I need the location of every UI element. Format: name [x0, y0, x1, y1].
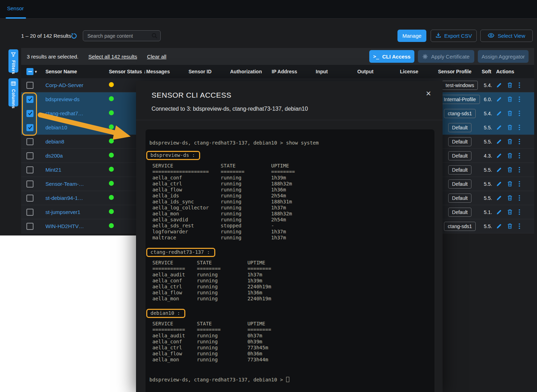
sensor-name-link[interactable]: debian8	[45, 139, 109, 145]
export-csv-button[interactable]: Export CSV	[431, 30, 477, 42]
more-options-icon[interactable]	[518, 152, 521, 159]
eye-icon	[488, 33, 494, 39]
row-checkbox[interactable]	[26, 223, 33, 230]
delete-icon[interactable]	[507, 110, 513, 116]
sensor-name-link[interactable]: ctang-redhat7…	[45, 110, 109, 116]
more-options-icon[interactable]	[518, 180, 521, 188]
more-options-icon[interactable]	[518, 209, 521, 216]
status-dot	[109, 167, 114, 172]
manage-button[interactable]: Manage	[397, 30, 426, 42]
sensor-profile-chip: Default	[448, 194, 471, 203]
header-sensor-status[interactable]: Sensor Status↓	[109, 69, 146, 74]
delete-icon[interactable]	[507, 167, 513, 173]
more-options-icon[interactable]	[518, 82, 521, 89]
assign-aggregator-button[interactable]: Assign Aggregator	[478, 50, 529, 63]
more-options-icon[interactable]	[518, 138, 521, 145]
header-ip-address[interactable]: IP Address	[272, 69, 316, 74]
header-messages[interactable]: Messages	[146, 69, 189, 74]
more-options-icon[interactable]	[518, 223, 521, 230]
sensor-profile-chip: Default	[448, 208, 471, 217]
sensor-profile-chip: Default	[448, 137, 471, 146]
sensor-name-link[interactable]: st-debian94-1…	[45, 195, 109, 201]
close-icon[interactable]: ✕	[426, 90, 431, 98]
header-output[interactable]: Output	[357, 69, 400, 74]
header-license[interactable]: License	[400, 69, 438, 74]
row-checkbox[interactable]	[26, 209, 33, 216]
header-software[interactable]: Soft	[482, 69, 492, 74]
status-dot	[109, 195, 114, 200]
row-actions	[492, 138, 534, 145]
columns-tab-label: Columns	[11, 89, 16, 109]
edit-icon[interactable]	[496, 181, 502, 187]
row-checkbox[interactable]	[26, 110, 33, 117]
terminal-table-separator: ===================================	[149, 169, 434, 175]
more-options-icon[interactable]	[518, 96, 521, 103]
delete-icon[interactable]	[507, 209, 513, 215]
header-sensor-profile[interactable]: Sensor Profile	[438, 69, 482, 74]
service-row: aella_idsrunning2h54m	[149, 193, 434, 199]
sensor-name-link[interactable]: Mint21	[45, 167, 109, 173]
delete-icon[interactable]	[507, 181, 513, 187]
edit-icon[interactable]	[496, 111, 502, 116]
row-checkbox[interactable]	[26, 96, 33, 103]
terminal-section-ctang: ctang-redhat73-137 : SERVICESTATEUPTIME …	[149, 248, 434, 302]
header-authorization[interactable]: Authorization	[230, 69, 272, 74]
row-checkbox[interactable]	[26, 180, 33, 188]
row-checkbox[interactable]	[26, 166, 33, 173]
terminal-service-rows: aella_auditrunning0h37maella_confrunning…	[149, 333, 434, 363]
search-input[interactable]	[83, 30, 161, 41]
select-all-checkbox[interactable]	[26, 68, 33, 75]
terminal-table-header: SERVICESTATEUPTIME	[149, 260, 434, 266]
row-checkbox[interactable]	[26, 138, 33, 145]
edit-icon[interactable]	[496, 223, 502, 229]
cli-terminal[interactable]: bdspreview-ds, ctang-redhat73-137, debia…	[146, 129, 434, 392]
service-row: aella_sds_reststopped-	[149, 223, 434, 229]
sensor-name-link[interactable]: ds200a	[45, 153, 109, 159]
delete-icon[interactable]	[507, 96, 513, 102]
more-options-icon[interactable]	[518, 124, 521, 131]
edit-icon[interactable]	[496, 125, 502, 130]
tab-sensor[interactable]: Sensor	[7, 5, 24, 11]
delete-icon[interactable]	[507, 153, 513, 159]
header-sensor-name[interactable]: Sensor Name	[45, 69, 109, 74]
row-checkbox[interactable]	[26, 195, 33, 202]
cli-access-button[interactable]: >_ CLI Access	[369, 50, 414, 63]
delete-icon[interactable]	[507, 82, 513, 88]
edit-icon[interactable]	[496, 209, 502, 215]
delete-icon[interactable]	[507, 139, 513, 145]
header-sensor-id[interactable]: Sensor ID	[189, 69, 230, 74]
delete-icon[interactable]	[507, 124, 513, 130]
sensor-name-link[interactable]: bdspreview-ds	[45, 96, 109, 102]
edit-icon[interactable]	[496, 195, 502, 201]
more-options-icon[interactable]	[518, 110, 521, 117]
sensor-name-link[interactable]: Sensor-Team-…	[45, 181, 109, 187]
select-all-link[interactable]: Select all 142 results	[88, 54, 137, 60]
row-checkbox[interactable]	[26, 152, 33, 159]
row-checkbox[interactable]	[26, 124, 33, 131]
terminal-section-bdspreview: bdspreview-ds : SERVICESTATEUPTIME =====…	[149, 151, 434, 241]
more-options-icon[interactable]	[518, 166, 521, 173]
filters-panel-tab[interactable]: Filters	[8, 49, 18, 73]
columns-panel-tab[interactable]: Columns	[8, 78, 18, 106]
apply-certificate-button[interactable]: Apply Certificate	[418, 50, 474, 63]
edit-icon[interactable]	[496, 82, 502, 88]
terminal-section-debian10: debian10 : SERVICESTATEUPTIME ==========…	[149, 309, 434, 363]
more-options-icon[interactable]	[518, 195, 521, 202]
delete-icon[interactable]	[507, 195, 513, 201]
edit-icon[interactable]	[496, 167, 502, 173]
edit-icon[interactable]	[496, 153, 502, 159]
terminal-input-line[interactable]: bdspreview-ds, ctang-redhat73-137, debia…	[149, 377, 434, 383]
sensor-name-link[interactable]: debian10	[45, 124, 109, 130]
select-view-button[interactable]: Select View	[480, 30, 533, 42]
edit-icon[interactable]	[496, 139, 502, 145]
refresh-icon[interactable]	[70, 32, 78, 39]
clear-all-link[interactable]: Clear all	[147, 54, 166, 60]
sensor-name-link[interactable]: WIN-HD2HTV…	[45, 223, 109, 229]
row-checkbox[interactable]	[26, 82, 33, 89]
sensor-name-link[interactable]: st-jumpserver1	[45, 209, 109, 215]
header-input[interactable]: Input	[316, 69, 357, 74]
edit-icon[interactable]	[496, 97, 502, 102]
sensor-name-link[interactable]: Corp-AD-Server	[45, 82, 109, 88]
chevron-down-icon[interactable]: ▾	[35, 69, 45, 74]
delete-icon[interactable]	[507, 223, 513, 229]
